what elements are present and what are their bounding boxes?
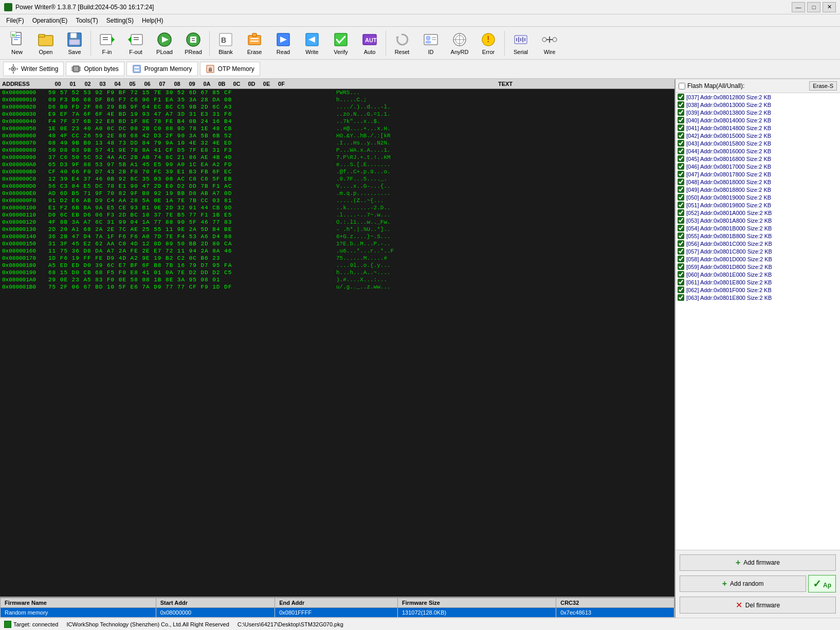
flash-item[interactable]: [040] Addr:0x08014000 Size:2 KB bbox=[675, 116, 840, 124]
flash-item-checkbox[interactable] bbox=[678, 148, 684, 154]
add-firmware-button[interactable]: + Add firmware bbox=[680, 554, 836, 571]
hex-row[interactable]: 0x080001B075 2F 06 67 BD 10 5F E6 7A D9 … bbox=[0, 283, 674, 291]
hex-row[interactable]: 0x08000030E9 EF 7A 6F 6F 4E BD 19 93 47 … bbox=[0, 111, 674, 118]
open-button[interactable]: Open bbox=[32, 29, 60, 58]
hex-row[interactable]: 0x0800019068 15 D0 CB 68 F5 F0 E8 41 01 … bbox=[0, 269, 674, 276]
flash-item[interactable]: [063] Addr:0x0801E800 Size:2 KB bbox=[675, 294, 840, 301]
flash-item-checkbox[interactable] bbox=[678, 202, 684, 208]
hex-row[interactable]: 0x080000A065 D3 9F 88 53 97 5B A1 45 E5 … bbox=[0, 161, 674, 168]
flash-item[interactable]: [061] Addr:0x0801E800 Size:2 KB bbox=[675, 278, 840, 286]
menu-setting[interactable]: Setting(S) bbox=[102, 16, 138, 25]
hex-row[interactable]: 0x080001302D 20 A1 68 2A 2E 7C AE 25 55 … bbox=[0, 226, 674, 233]
hex-row[interactable]: 0x0800008050 D8 03 9B 57 41 9E 78 8A 41 … bbox=[0, 147, 674, 154]
flash-map-all-checkbox[interactable] bbox=[679, 83, 685, 89]
erase-s-button[interactable]: Erase-S bbox=[809, 81, 837, 91]
otp-memory-button[interactable]: OTP Memory bbox=[200, 62, 260, 76]
flash-item[interactable]: [051] Addr:0x08019800 Size:2 KB bbox=[675, 201, 840, 209]
hex-row[interactable]: 0x080000501E 0E 23 40 A0 0C DC 00 2B C0 … bbox=[0, 125, 674, 132]
flash-item-checkbox[interactable] bbox=[678, 279, 684, 285]
flash-item[interactable]: [050] Addr:0x08019000 Size:2 KB bbox=[675, 193, 840, 201]
hex-row[interactable]: 0x080000D056 C3 84 E5 DC 78 E1 90 47 2D … bbox=[0, 183, 674, 190]
flash-item[interactable]: [043] Addr:0x08015800 Size:2 KB bbox=[675, 139, 840, 147]
flash-item[interactable]: [039] Addr:0x08013800 Size:2 KB bbox=[675, 109, 840, 116]
menu-operation[interactable]: Operation(E) bbox=[28, 16, 72, 25]
flash-item[interactable]: [053] Addr:0x0801A800 Size:2 KB bbox=[675, 217, 840, 224]
flash-item-checkbox[interactable] bbox=[678, 94, 684, 100]
flash-item-checkbox[interactable] bbox=[678, 109, 684, 116]
hex-row[interactable]: 0x08000020D6 B0 FD 2F 86 29 BB 9F 64 EC … bbox=[0, 103, 674, 111]
flash-item-checkbox[interactable] bbox=[678, 248, 684, 255]
flash-item[interactable]: [062] Addr:0x0801F000 Size:2 KB bbox=[675, 286, 840, 294]
maximize-button[interactable]: □ bbox=[807, 2, 820, 12]
flash-item[interactable]: [042] Addr:0x08015000 Size:2 KB bbox=[675, 132, 840, 139]
hex-row[interactable]: 0x08000110D0 6C EB D6 06 F3 2D BC 18 37 … bbox=[0, 211, 674, 219]
option-bytes-button[interactable]: Option bytes bbox=[66, 62, 124, 76]
flash-item-checkbox[interactable] bbox=[678, 209, 684, 216]
flash-item[interactable]: [055] Addr:0x0801B800 Size:2 KB bbox=[675, 232, 840, 240]
reset-button[interactable]: Reset bbox=[388, 29, 416, 58]
hex-row[interactable]: 0x080000B0CF 40 66 F0 D7 43 2B F0 70 FC … bbox=[0, 168, 674, 175]
program-memory-button[interactable]: Program Memory bbox=[126, 62, 198, 76]
pload-button[interactable]: PLoad bbox=[151, 29, 178, 58]
flash-item[interactable]: [059] Addr:0x0801D800 Size:2 KB bbox=[675, 263, 840, 271]
flash-item-checkbox[interactable] bbox=[678, 217, 684, 224]
hex-row[interactable]: 0x080000E0AD 6D B5 71 9F 70 82 9F B8 92 … bbox=[0, 190, 674, 197]
save-button[interactable]: Save bbox=[61, 29, 88, 58]
apply-button[interactable]: ✓ Ap bbox=[808, 575, 836, 592]
fout-button[interactable]: F-out bbox=[122, 29, 150, 58]
flash-item-checkbox[interactable] bbox=[678, 171, 684, 177]
menu-help[interactable]: Help(H) bbox=[138, 16, 167, 25]
del-firmware-button[interactable]: ✕ Del firmware bbox=[680, 597, 836, 614]
hex-row[interactable]: 0x080001204F 8B 3A A7 6C 31 99 04 1A 77 … bbox=[0, 219, 674, 226]
write-button[interactable]: Write bbox=[298, 29, 326, 58]
anyrd-button[interactable]: AnyRD bbox=[446, 29, 473, 58]
wire-button[interactable]: Wire bbox=[536, 29, 563, 58]
flash-item[interactable]: [044] Addr:0x08016000 Size:2 KB bbox=[675, 147, 840, 155]
flash-item-checkbox[interactable] bbox=[678, 155, 684, 162]
verify-button[interactable]: Verify bbox=[327, 29, 355, 58]
flash-item[interactable]: [038] Addr:0x08013000 Size:2 KB bbox=[675, 101, 840, 109]
hex-row[interactable]: 0x0800000050 57 52 53 92 F9 BF 72 15 7E … bbox=[0, 89, 674, 96]
flash-item-checkbox[interactable] bbox=[678, 163, 684, 170]
flash-item-checkbox[interactable] bbox=[678, 140, 684, 147]
flash-item-checkbox[interactable] bbox=[678, 186, 684, 193]
flash-item-checkbox[interactable] bbox=[678, 124, 684, 131]
auto-button[interactable]: AUTO Auto bbox=[356, 29, 384, 58]
blank-button[interactable]: B Blank bbox=[212, 29, 240, 58]
hex-row[interactable]: 0x080001A029 0E 23 A5 83 F0 0E 58 08 1B … bbox=[0, 276, 674, 283]
hex-row[interactable]: 0x0800007008 49 9B B0 13 48 73 DD 84 79 … bbox=[0, 139, 674, 147]
hex-row[interactable]: 0x0800015031 3F 45 E2 62 AA C0 4D 12 8D … bbox=[0, 240, 674, 247]
flash-item-checkbox[interactable] bbox=[678, 117, 684, 123]
hex-row[interactable]: 0x080001701D F6 19 FF FE D9 4D A2 9E 19 … bbox=[0, 255, 674, 262]
flash-item-checkbox[interactable] bbox=[678, 232, 684, 239]
hex-row[interactable]: 0x0800009037 C6 50 5C 52 4A AC 2B AB 74 … bbox=[0, 154, 674, 161]
hex-row[interactable]: 0x0800016011 75 36 D8 DA A7 2A FE 2E E7 … bbox=[0, 247, 674, 255]
flash-item[interactable]: [045] Addr:0x08016800 Size:2 KB bbox=[675, 155, 840, 163]
flash-item[interactable]: [046] Addr:0x08017000 Size:2 KB bbox=[675, 163, 840, 170]
error-button[interactable]: ! Error bbox=[474, 29, 502, 58]
flash-item[interactable]: [049] Addr:0x08018800 Size:2 KB bbox=[675, 186, 840, 193]
flash-item-checkbox[interactable] bbox=[678, 101, 684, 108]
erase-button[interactable]: Erase bbox=[241, 29, 268, 58]
flash-item[interactable]: [047] Addr:0x08017800 Size:2 KB bbox=[675, 170, 840, 178]
pread-button[interactable]: PRead bbox=[179, 29, 207, 58]
id-button[interactable]: ID bbox=[417, 29, 445, 58]
hex-row[interactable]: 0x08000180A5 ED ED D0 39 6C E7 BF 6F B8 … bbox=[0, 262, 674, 269]
flash-item[interactable]: [037] Addr:0x08012800 Size:2 KB bbox=[675, 93, 840, 101]
flash-item-checkbox[interactable] bbox=[678, 271, 684, 278]
hex-row[interactable]: 0x0800001009 F3 B6 68 DF B6 F7 C6 96 F1 … bbox=[0, 96, 674, 103]
hex-row[interactable]: 0x0800006048 4F CC 26 59 2E 86 68 42 D3 … bbox=[0, 132, 674, 139]
flash-item[interactable]: [057] Addr:0x0801C800 Size:2 KB bbox=[675, 247, 840, 255]
new-button[interactable]: N New bbox=[3, 29, 31, 58]
menu-file[interactable]: File(F) bbox=[2, 16, 28, 25]
fin-button[interactable]: F-in bbox=[93, 29, 121, 58]
flash-item[interactable]: [048] Addr:0x08018000 Size:2 KB bbox=[675, 178, 840, 186]
menu-tools[interactable]: Tools(T) bbox=[71, 16, 102, 25]
serial-button[interactable]: Serial bbox=[507, 29, 535, 58]
close-button[interactable]: ✕ bbox=[823, 2, 836, 12]
flash-item[interactable]: [054] Addr:0x0801B000 Size:2 KB bbox=[675, 224, 840, 232]
flash-item[interactable]: [041] Addr:0x08014800 Size:2 KB bbox=[675, 124, 840, 132]
flash-item-checkbox[interactable] bbox=[678, 178, 684, 185]
flash-item-checkbox[interactable] bbox=[678, 286, 684, 293]
flash-item-checkbox[interactable] bbox=[678, 294, 684, 301]
